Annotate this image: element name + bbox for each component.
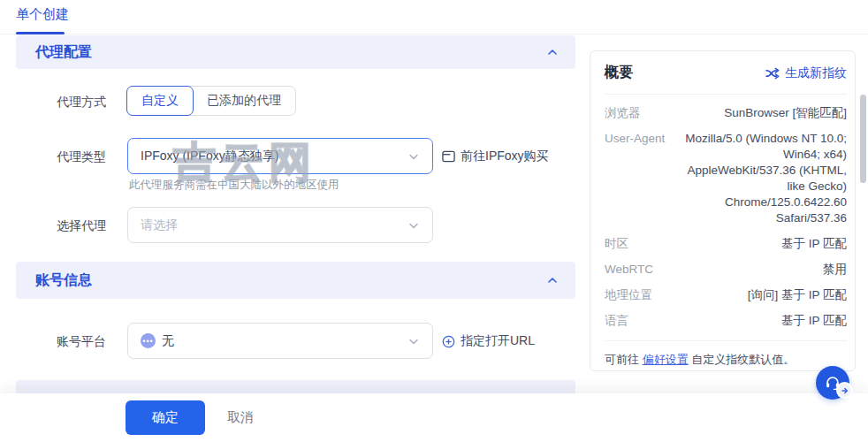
chevron-up-icon	[547, 275, 558, 286]
cancel-button[interactable]: 取消	[221, 400, 260, 435]
divider	[605, 94, 847, 95]
confirm-button[interactable]: 确定	[126, 400, 205, 435]
choose-proxy-label: 选择代理	[57, 218, 106, 234]
summary-value: [询问] 基于 IP 匹配	[674, 287, 847, 303]
section-title-account-info: 账号信息	[35, 271, 92, 290]
proxy-type-hint: 此代理服务商需在中国大陆以外的地区使用	[129, 178, 339, 193]
footer-action-bar: 确定 取消	[0, 393, 868, 442]
tab-bar: 单个创建	[0, 0, 868, 34]
proxy-method-option-custom[interactable]: 自定义	[126, 86, 194, 116]
summary-title: 概要	[605, 64, 633, 82]
divider	[605, 340, 847, 341]
summary-label: User-Agent	[605, 131, 674, 226]
summary-panel: 概要 生成新指纹 浏览器 SunBrowser [智能匹配] User-Agen…	[590, 50, 856, 371]
proxy-type-value: IPFoxy (IPFoxy静态独享)	[141, 149, 278, 164]
summary-label: 地理位置	[605, 287, 674, 303]
buy-ipfoxy-link[interactable]: 前往IPFoxy购买	[442, 149, 549, 164]
summary-label: 时区	[605, 236, 674, 252]
arrow-right-icon	[841, 386, 849, 395]
proxy-method-option-added[interactable]: 已添加的代理	[193, 87, 295, 115]
summary-row-browser: 浏览器 SunBrowser [智能匹配]	[605, 105, 847, 121]
specify-open-url-text: 指定打开URL	[461, 333, 535, 349]
account-platform-value: 无	[162, 333, 174, 349]
generate-fingerprint-button[interactable]: 生成新指纹	[765, 65, 847, 81]
browser-window-icon	[442, 150, 455, 163]
shuffle-icon	[765, 67, 780, 80]
summary-label: 浏览器	[605, 105, 674, 121]
summary-note: 可前往 偏好设置 自定义指纹默认值。	[605, 352, 847, 368]
section-header-proxy-config[interactable]: 代理配置	[16, 35, 575, 69]
summary-row-webrtc: WebRTC 禁用	[605, 262, 847, 278]
specify-open-url-link[interactable]: 指定打开URL	[442, 333, 535, 349]
section-header-account-info[interactable]: 账号信息	[16, 262, 575, 299]
preferences-link[interactable]: 偏好设置	[643, 353, 689, 366]
plus-circle-icon	[442, 335, 455, 348]
chevron-up-icon	[547, 47, 558, 57]
summary-label: 语言	[605, 313, 674, 329]
chevron-down-icon	[407, 150, 420, 163]
section-header-clipped	[16, 380, 575, 394]
summary-value: 基于 IP 匹配	[674, 236, 847, 252]
vertical-scrollbar[interactable]	[860, 95, 866, 183]
note-prefix: 可前往	[605, 353, 643, 366]
account-platform-label: 账号平台	[57, 334, 106, 350]
summary-row-timezone: 时区 基于 IP 匹配	[605, 236, 847, 252]
proxy-method-label: 代理方式	[57, 95, 106, 110]
generate-fingerprint-label: 生成新指纹	[785, 65, 847, 81]
summary-value: SunBrowser [智能匹配]	[674, 105, 847, 121]
summary-value: Mozilla/5.0 (Windows NT 10.0; Win64; x64…	[674, 131, 847, 226]
buy-ipfoxy-link-text: 前往IPFoxy购买	[461, 149, 549, 164]
summary-value: 基于 IP 匹配	[674, 313, 847, 329]
choose-proxy-placeholder: 请选择	[141, 217, 178, 233]
choose-proxy-select[interactable]: 请选择	[127, 207, 433, 243]
tab-active-underline	[16, 32, 65, 34]
section-title-proxy-config: 代理配置	[35, 43, 92, 62]
proxy-type-select[interactable]: IPFoxy (IPFoxy静态独享)	[127, 138, 433, 174]
summary-value: 禁用	[674, 262, 847, 278]
chevron-down-icon	[407, 335, 420, 347]
summary-row-user-agent: User-Agent Mozilla/5.0 (Windows NT 10.0;…	[605, 131, 847, 226]
summary-row-geolocation: 地理位置 [询问] 基于 IP 匹配	[605, 287, 847, 303]
account-platform-select[interactable]: ••• 无	[127, 323, 433, 359]
summary-label: WebRTC	[605, 262, 674, 278]
chevron-down-icon	[407, 219, 420, 232]
proxy-method-segmented-control: 自定义 已添加的代理	[126, 86, 296, 116]
proxy-type-label: 代理类型	[57, 149, 106, 165]
expand-arrow-badge[interactable]	[836, 382, 853, 399]
summary-row-language: 语言 基于 IP 匹配	[605, 313, 847, 329]
tab-single-create[interactable]: 单个创建	[16, 6, 69, 23]
platform-none-icon: •••	[141, 333, 156, 348]
note-suffix: 自定义指纹默认值。	[689, 353, 796, 366]
